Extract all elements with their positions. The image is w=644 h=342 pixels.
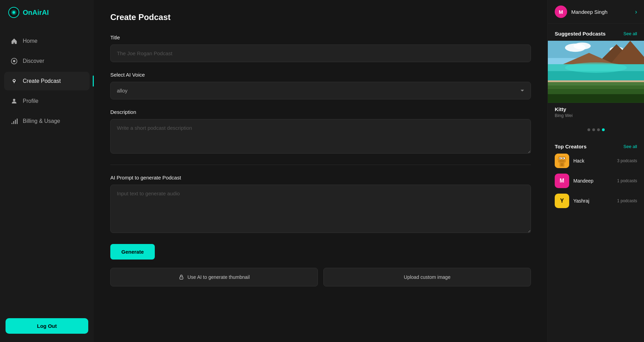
logo-text: OnAirAI — [23, 9, 49, 17]
ai-prompt-label: AI Prompt to generate Podcast — [110, 175, 531, 180]
upload-thumbnail-label: Upload custom image — [404, 274, 450, 280]
podcast-name: Kitty — [555, 106, 637, 112]
dot-4[interactable] — [602, 128, 605, 131]
top-creators-header: Top Creators See all — [548, 137, 644, 154]
user-header[interactable]: M Mandeep Singh › — [548, 0, 644, 24]
top-creators-see-all[interactable]: See all — [623, 144, 637, 149]
sidebar-item-create-podcast-label: Create Podcast — [23, 78, 61, 84]
ai-thumbnail-button[interactable]: Use AI to generate thumbnail — [110, 268, 318, 286]
svg-rect-11 — [17, 119, 18, 124]
logo-icon — [8, 7, 19, 18]
svg-point-23 — [565, 62, 627, 73]
svg-rect-39 — [561, 163, 563, 166]
creator-avatar-yashraj: Y — [555, 194, 569, 208]
description-group: Description — [110, 109, 531, 155]
sidebar-item-home-label: Home — [23, 38, 38, 44]
svg-point-7 — [13, 99, 16, 101]
discover-icon — [10, 57, 18, 65]
sidebar-item-billing[interactable]: Billing & Usage — [4, 112, 90, 130]
creator-podcasts-mandeep: 1 podcasts — [617, 178, 637, 183]
svg-rect-28 — [548, 94, 644, 103]
voice-select[interactable]: alloy echo fable onyx nova shimmer — [110, 82, 531, 99]
suggested-podcasts-title: Suggested Podcasts — [555, 31, 606, 37]
svg-rect-36 — [557, 158, 559, 160]
form-divider — [110, 165, 531, 165]
nav-menu: Home Discover Create Podcast Profile Bil… — [0, 32, 94, 310]
sidebar-item-profile-label: Profile — [23, 98, 38, 104]
sidebar-item-discover-label: Discover — [23, 58, 44, 64]
billing-icon — [10, 117, 18, 125]
create-podcast-icon — [10, 77, 18, 85]
creator-item-yashraj[interactable]: Y Yashraj 1 podcasts — [555, 194, 637, 208]
svg-rect-35 — [560, 160, 564, 162]
svg-point-4 — [13, 60, 16, 62]
logout-button[interactable]: Log Out — [6, 318, 88, 334]
creator-avatar-mandeep: M — [555, 174, 569, 188]
title-label: Title — [110, 35, 531, 40]
svg-rect-33 — [560, 158, 561, 159]
carousel-dots — [548, 125, 644, 137]
dot-3[interactable] — [597, 128, 600, 131]
creator-name-yashraj: Yashraj — [573, 198, 613, 204]
home-icon — [10, 37, 18, 45]
dot-2[interactable] — [592, 128, 595, 131]
svg-rect-37 — [565, 158, 566, 160]
svg-rect-12 — [180, 277, 183, 279]
ai-thumbnail-label: Use AI to generate thumbnail — [188, 274, 250, 280]
svg-rect-8 — [12, 123, 13, 124]
ai-prompt-group: AI Prompt to generate Podcast — [110, 175, 531, 234]
logo: OnAirAI — [0, 0, 94, 25]
creator-podcasts-hack: 3 podcasts — [617, 158, 637, 163]
podcast-cover-art — [548, 41, 644, 103]
creator-item-hack[interactable]: Hack 3 podcasts — [555, 154, 637, 168]
user-avatar: M — [555, 6, 567, 18]
title-input[interactable] — [110, 45, 531, 62]
user-name: Mandeep Singh — [571, 9, 631, 15]
chevron-right-icon: › — [635, 8, 637, 16]
podcast-creator: Bing Wei — [555, 113, 637, 118]
svg-rect-30 — [558, 156, 566, 163]
podcast-image — [548, 41, 644, 103]
sidebar-item-profile[interactable]: Profile — [4, 92, 90, 110]
top-creators-title: Top Creators — [555, 144, 586, 149]
sidebar-item-create-podcast[interactable]: Create Podcast — [4, 72, 90, 90]
title-group: Title — [110, 35, 531, 62]
sidebar-bottom: Log Out — [0, 310, 94, 342]
sidebar-item-home[interactable]: Home — [4, 32, 90, 50]
ai-prompt-textarea[interactable] — [110, 185, 531, 233]
creator-podcasts-yashraj: 1 podcasts — [617, 198, 637, 203]
svg-point-2 — [12, 11, 15, 14]
creators-list: Hack 3 podcasts M Mandeep 1 podcasts Y Y… — [548, 154, 644, 208]
svg-rect-10 — [15, 120, 16, 124]
suggested-podcasts-see-all[interactable]: See all — [623, 31, 637, 36]
podcast-info: Kitty Bing Wei — [548, 103, 644, 119]
right-panel: M Mandeep Singh › Suggested Podcasts See… — [547, 0, 644, 342]
main-content: Create Podcast Title Select AI Voice all… — [94, 0, 547, 342]
description-textarea[interactable] — [110, 119, 531, 154]
sidebar-item-billing-label: Billing & Usage — [23, 118, 60, 124]
upload-thumbnail-button[interactable]: Upload custom image — [323, 268, 531, 286]
sidebar-item-discover[interactable]: Discover — [4, 52, 90, 70]
description-label: Description — [110, 109, 531, 115]
creator-name-mandeep: Mandeep — [573, 178, 613, 184]
generate-button[interactable]: Generate — [110, 244, 155, 260]
svg-rect-34 — [563, 158, 564, 159]
svg-rect-9 — [13, 121, 14, 124]
voice-label: Select AI Voice — [110, 72, 531, 78]
podcast-card[interactable]: Kitty Bing Wei — [548, 41, 644, 119]
dot-1[interactable] — [587, 128, 590, 131]
suggested-podcasts-header: Suggested Podcasts See all — [548, 24, 644, 41]
lock-icon — [179, 274, 184, 280]
sidebar: OnAirAI Home Discover Create Podcast — [0, 0, 94, 342]
creator-item-mandeep[interactable]: M Mandeep 1 podcasts — [555, 174, 637, 188]
creator-avatar-hack — [555, 154, 569, 168]
profile-icon — [10, 97, 18, 105]
svg-point-16 — [574, 42, 591, 49]
thumbnail-row: Use AI to generate thumbnail Upload cust… — [110, 268, 531, 286]
creator-name-hack: Hack — [573, 158, 613, 164]
voice-group: Select AI Voice alloy echo fable onyx no… — [110, 72, 531, 99]
page-title: Create Podcast — [110, 12, 531, 22]
